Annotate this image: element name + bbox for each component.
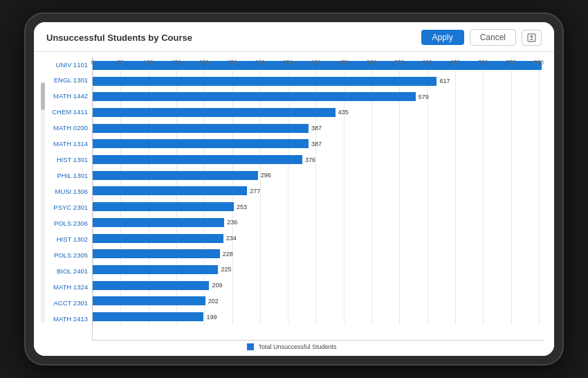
bar[interactable] [93, 202, 234, 211]
scrollbar[interactable] [41, 82, 45, 323]
x-tick-label: 150 [172, 59, 181, 66]
bar[interactable] [93, 296, 205, 305]
bar-value-label: 202 [208, 298, 219, 305]
bar[interactable] [93, 218, 224, 227]
bar-value-label: 296 [261, 172, 271, 179]
bar-value-label: 199 [206, 314, 217, 321]
bar-row: 236 [93, 215, 544, 231]
header: Unsuccessful Students by Course Apply Ca… [34, 22, 554, 52]
bar[interactable] [93, 186, 247, 195]
x-tick-label: 200 [199, 59, 209, 66]
x-tick-label: 400 [311, 59, 320, 66]
bar[interactable] [93, 155, 302, 164]
x-tick-label: 50 [118, 59, 124, 66]
x-tick-label: 350 [283, 59, 293, 66]
x-tick-label: 450 [339, 59, 349, 66]
bar-row: 202 [93, 294, 544, 309]
bar-value-label: 225 [221, 266, 231, 273]
y-label[interactable]: ACCT 2301 [45, 296, 92, 309]
bar-value-label: 277 [250, 188, 260, 195]
export-icon [527, 33, 536, 42]
bar-row: 387 [93, 120, 544, 136]
bar-row: 253 [93, 199, 544, 215]
y-label[interactable]: MATH 1442 [45, 89, 92, 103]
y-label[interactable]: MATH 1314 [45, 137, 92, 151]
bar-row: 296 [93, 168, 544, 183]
page-title: Unsuccessful Students by Course [46, 33, 192, 43]
x-tick-label: 0 [91, 59, 95, 66]
y-label[interactable]: BIOL 2401 [45, 264, 92, 278]
scrollbar-thumb[interactable] [41, 82, 45, 110]
x-tick-label: 100 [144, 59, 154, 66]
tablet-screen: Unsuccessful Students by Course Apply Ca… [34, 22, 554, 356]
y-axis-labels: UNIV 1101ENGL 1301MATH 1442CHEM 1411MATH… [45, 57, 92, 341]
bar-value-label: 376 [305, 156, 315, 163]
x-axis: 0501001502002503003504004505005506006507… [93, 57, 544, 73]
bar-row: 387 [93, 136, 544, 152]
bar-row: 199 [93, 309, 544, 325]
bar-row: 376 [93, 152, 544, 168]
y-label[interactable]: MATH 1324 [45, 280, 92, 294]
x-tick-label: 250 [227, 59, 237, 66]
export-button[interactable] [522, 30, 542, 46]
y-label[interactable]: ENGL 1301 [45, 73, 92, 87]
bar-row: 617 [93, 73, 544, 89]
x-tick-label: 800 [534, 59, 544, 66]
y-label[interactable]: HIST 1301 [45, 153, 92, 167]
y-label[interactable]: MUSI 1306 [45, 185, 92, 199]
y-label[interactable]: CHEM 1411 [45, 105, 92, 119]
y-label[interactable]: MATH 0200 [45, 121, 92, 135]
y-label[interactable]: PHIL 1301 [45, 169, 92, 183]
apply-button[interactable]: Apply [421, 30, 464, 45]
bar[interactable] [93, 108, 336, 117]
y-label[interactable]: MATH 2413 [45, 312, 92, 325]
x-tick-label: 300 [255, 59, 265, 66]
bar-value-label: 209 [212, 282, 222, 289]
y-label[interactable]: UNIV 1101 [45, 57, 92, 71]
y-label[interactable]: PSYC 2301 [45, 200, 92, 214]
bar-row: 435 [93, 105, 544, 120]
bar-value-label: 579 [419, 93, 429, 100]
bar-value-label: 228 [223, 251, 233, 258]
bar-value-label: 387 [311, 125, 322, 132]
bar[interactable] [93, 77, 437, 86]
bar[interactable] [93, 124, 309, 133]
plot-area: 6175794353873873762962772532362342282252… [92, 57, 544, 341]
x-tick-label: 650 [450, 59, 460, 66]
legend: Total Unsuccessful Students [39, 341, 544, 353]
bar-value-label: 617 [439, 78, 450, 84]
y-label[interactable]: HIST 1302 [45, 232, 92, 246]
bar[interactable] [93, 281, 209, 290]
bar-row: 209 [93, 278, 544, 294]
legend-label: Total Unsuccessful Students [258, 343, 336, 350]
bar[interactable] [93, 92, 416, 101]
y-label[interactable]: POLS 2306 [45, 216, 92, 230]
bar-row: 228 [93, 246, 544, 262]
x-tick-label: 500 [367, 59, 376, 66]
y-label[interactable]: POLS 2305 [45, 248, 92, 262]
bar-value-label: 236 [227, 219, 237, 226]
bars-rows: 6175794353873873762962772532362342282252… [93, 57, 544, 325]
bar[interactable] [93, 171, 258, 180]
bar-value-label: 234 [226, 235, 237, 242]
bar[interactable] [93, 139, 309, 148]
x-tick-label: 750 [506, 59, 516, 66]
bar-row: 234 [93, 231, 544, 246]
x-tick-label: 700 [478, 59, 488, 66]
bar-value-label: 387 [311, 141, 322, 147]
bar[interactable] [93, 249, 220, 258]
bar-row: 277 [93, 183, 544, 199]
bar-value-label: 253 [237, 204, 247, 210]
tablet-frame: Unsuccessful Students by Course Apply Ca… [24, 12, 564, 366]
chart-area: UNIV 1101ENGL 1301MATH 1442CHEM 1411MATH… [34, 52, 554, 356]
cancel-button[interactable]: Cancel [470, 29, 516, 46]
bar-row: 579 [93, 89, 544, 105]
x-tick-label: 600 [423, 59, 432, 66]
header-buttons: Apply Cancel [421, 29, 542, 46]
bar[interactable] [93, 234, 223, 243]
legend-color-box [247, 343, 254, 350]
bar[interactable] [93, 265, 218, 274]
x-tick-label: 550 [394, 59, 404, 66]
bar[interactable] [93, 312, 203, 321]
bar-row: 225 [93, 262, 544, 278]
